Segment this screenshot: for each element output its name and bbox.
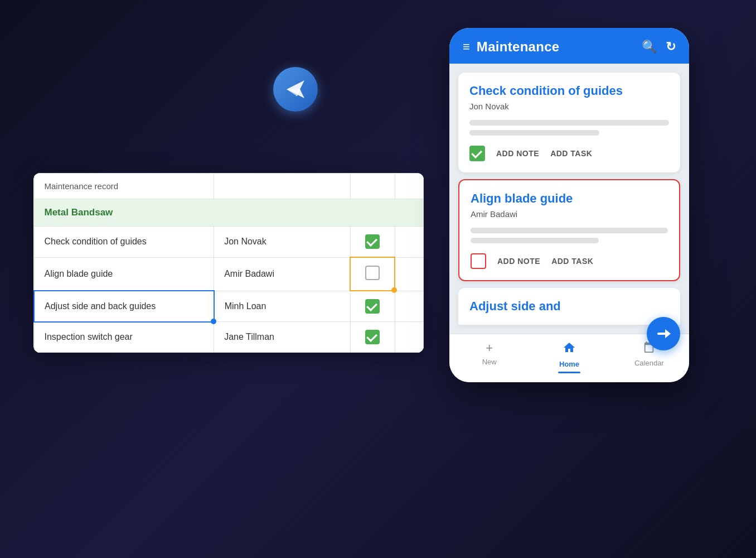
card-title: Align blade guide (471, 191, 668, 206)
resize-handle-blue (211, 319, 216, 324)
card-title: Check condition of guides (469, 84, 669, 98)
header-col3 (350, 174, 395, 199)
task-cell: Check condition of guides (34, 227, 214, 258)
task-cell-selected[interactable]: Adjust side and back guides (34, 291, 214, 322)
header-col2 (214, 174, 351, 199)
card-actions: ADD NOTE ADD TASK (471, 253, 668, 269)
card-line-1 (471, 228, 668, 233)
checkbox-empty[interactable] (365, 266, 380, 280)
table-row[interactable]: Inspection switch gear Jane Tillman (34, 322, 424, 353)
scene: Maintenance record Metal Bandsaw Check c… (0, 0, 756, 558)
assignee-cell: Amir Badawi (214, 257, 351, 291)
check-cell[interactable] (350, 322, 395, 353)
card-line-2 (469, 130, 599, 136)
search-icon[interactable]: 🔍 (642, 40, 657, 54)
header-col1: Maintenance record (34, 174, 214, 199)
add-note-button[interactable]: ADD NOTE (497, 257, 540, 266)
svg-marker-4 (665, 329, 671, 338)
assignee-cell: Jon Novak (214, 227, 351, 258)
card-check-condition[interactable]: Check condition of guides Jon Novak ADD … (458, 73, 680, 172)
checkbox-checked[interactable] (365, 330, 380, 344)
card-checkbox-checked[interactable] (469, 146, 485, 161)
card-actions: ADD NOTE ADD TASK (469, 146, 669, 161)
extra-cell (395, 291, 423, 322)
category-row: Metal Bandsaw (34, 199, 424, 227)
phone-body: Check condition of guides Jon Novak ADD … (449, 64, 689, 334)
paper-airplane-icon (273, 67, 318, 112)
task-cell: Align blade guide (34, 257, 214, 291)
phone-title: Maintenance (477, 39, 635, 55)
card-line-1 (469, 120, 669, 126)
card-lines (469, 120, 669, 136)
card-lines (471, 228, 668, 243)
add-task-button[interactable]: ADD TASK (550, 149, 592, 158)
card-align-blade[interactable]: Align blade guide Amir Badawi ADD NOTE A… (458, 179, 680, 281)
nav-label-home: Home (559, 360, 579, 368)
nav-item-new[interactable]: + New (449, 341, 529, 373)
extra-cell (395, 257, 423, 291)
header-actions: 🔍 ↻ (642, 40, 676, 54)
card-adjust-side[interactable]: Adjust side and (458, 288, 680, 325)
category-label: Metal Bandsaw (34, 199, 424, 227)
header-col4 (395, 174, 423, 199)
phone-header: ≡ Maintenance 🔍 ↻ (449, 28, 689, 64)
nav-item-calendar[interactable]: Calendar (609, 341, 689, 373)
extra-cell (395, 322, 423, 353)
extra-cell (395, 227, 423, 258)
nav-label-new: New (482, 358, 497, 366)
assignee-cell: Minh Loan (214, 291, 351, 322)
add-task-button[interactable]: ADD TASK (551, 257, 593, 266)
task-cell: Inspection switch gear (34, 322, 214, 353)
spreadsheet-panel: Maintenance record Metal Bandsaw Check c… (33, 173, 424, 353)
nav-item-home[interactable]: Home (529, 341, 609, 373)
check-cell-selected[interactable] (350, 257, 395, 291)
nav-label-calendar: Calendar (634, 359, 664, 367)
check-cell[interactable] (350, 291, 395, 322)
fab-button[interactable] (647, 317, 680, 350)
checkbox-checked[interactable] (365, 234, 380, 249)
menu-icon[interactable]: ≡ (463, 40, 470, 54)
table-row[interactable]: Check condition of guides Jon Novak (34, 227, 424, 258)
partial-card-title: Adjust side and (469, 299, 669, 314)
card-line-2 (471, 238, 599, 243)
card-subtitle: Amir Badawi (471, 209, 668, 219)
card-subtitle: Jon Novak (469, 102, 669, 111)
assignee-cell: Jane Tillman (214, 322, 351, 353)
table-row[interactable]: Align blade guide Amir Badawi (34, 257, 424, 291)
refresh-icon[interactable]: ↻ (666, 40, 676, 54)
home-icon (563, 341, 576, 358)
check-cell[interactable] (350, 227, 395, 258)
phone-container: ≡ Maintenance 🔍 ↻ Check condition of gui… (449, 28, 689, 382)
spreadsheet-table: Maintenance record Metal Bandsaw Check c… (33, 173, 424, 353)
header-row: Maintenance record (34, 174, 424, 199)
new-icon: + (486, 341, 493, 355)
card-checkbox-unchecked[interactable] (471, 253, 486, 269)
nav-active-indicator (558, 372, 580, 373)
checkbox-checked[interactable] (365, 299, 380, 314)
table-row[interactable]: Adjust side and back guides Minh Loan (34, 291, 424, 322)
add-note-button[interactable]: ADD NOTE (496, 149, 539, 158)
